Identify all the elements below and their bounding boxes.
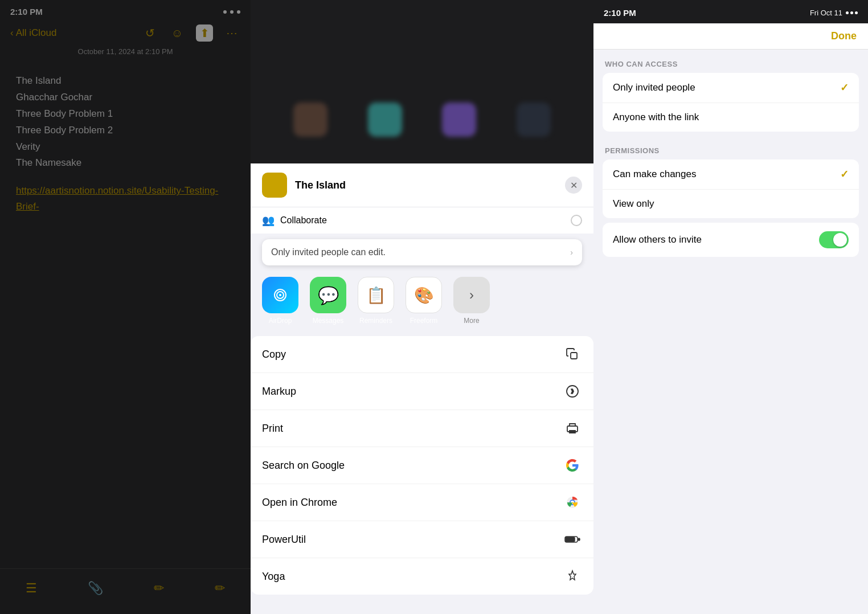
note-item-4: Three Body Problem 2 bbox=[16, 122, 235, 139]
invite-bubble-text: Only invited people can edit. bbox=[271, 247, 386, 257]
permission-view-label: View only bbox=[613, 198, 654, 210]
notes-nav-bar: ‹ All iCloud ↺ ☺ ⬆ ⋯ bbox=[0, 21, 251, 47]
compose-icon[interactable]: ✏ bbox=[215, 581, 225, 596]
access-link-label: Anyone with the link bbox=[613, 112, 699, 123]
status-dot-1 bbox=[223, 10, 227, 14]
invite-bubble[interactable]: Only invited people can edit. › bbox=[262, 239, 582, 265]
collaborate-row[interactable]: 👥 Collaborate bbox=[251, 207, 593, 234]
app-reminders[interactable]: 📋 Reminders bbox=[358, 277, 394, 325]
nav-icons: ↺ ☺ ⬆ ⋯ bbox=[141, 24, 240, 42]
permissions-header: PERMISSIONS bbox=[593, 136, 868, 159]
app-freeform[interactable]: 🎨 Freeform bbox=[406, 277, 442, 325]
options-status-date: Fri Oct 11 bbox=[810, 9, 842, 17]
share-item-yoga[interactable]: Yoga bbox=[251, 558, 593, 595]
more-icon[interactable]: ⋯ bbox=[223, 24, 240, 42]
allow-others-row[interactable]: Allow others to invite bbox=[603, 223, 859, 257]
status-dot-3 bbox=[237, 10, 240, 14]
share-apps-row: AirDrop 💬 Messages 📋 Reminders 🎨 Freefor… bbox=[251, 271, 593, 334]
note-item-1: The Island bbox=[16, 73, 235, 89]
markup-toolbar-icon[interactable]: ✏ bbox=[154, 581, 164, 596]
access-option-invited[interactable]: Only invited people ✓ bbox=[603, 73, 859, 103]
notes-link[interactable]: https://aartisnotion.notion.site/Usabili… bbox=[16, 183, 235, 214]
share-panel: The Island ✕ 👥 Collaborate Only invited … bbox=[251, 0, 593, 614]
permission-changes-label: Can make changes bbox=[613, 169, 696, 180]
access-option-link[interactable]: Anyone with the link bbox=[603, 103, 859, 132]
yoga-label: Yoga bbox=[262, 571, 285, 583]
notes-panel: 2:10 PM ‹ All iCloud ↺ ☺ ⬆ ⋯ October 11,… bbox=[0, 0, 251, 614]
collaborate-label: Collaborate bbox=[280, 215, 565, 226]
share-item-chrome[interactable]: Open in Chrome bbox=[251, 484, 593, 521]
app-airdrop[interactable]: AirDrop bbox=[262, 277, 298, 325]
powerutil-label: PowerUtil bbox=[262, 534, 306, 546]
permissions-group: Can make changes ✓ View only bbox=[603, 159, 859, 218]
airdrop-icon bbox=[262, 277, 298, 313]
more-apps-label: More bbox=[464, 317, 479, 325]
dot1 bbox=[846, 11, 849, 14]
copy-icon bbox=[563, 345, 582, 364]
share-item-markup[interactable]: Markup bbox=[251, 373, 593, 410]
print-icon bbox=[563, 419, 582, 438]
chrome-label: Open in Chrome bbox=[262, 497, 337, 509]
airdrop-label: AirDrop bbox=[269, 317, 292, 325]
who-can-access-group: Only invited people ✓ Anyone with the li… bbox=[603, 73, 859, 132]
dot3 bbox=[855, 11, 858, 14]
svg-rect-10 bbox=[566, 537, 575, 542]
chevron-left-icon: ‹ bbox=[10, 27, 14, 39]
share-sheet: The Island ✕ 👥 Collaborate Only invited … bbox=[251, 163, 593, 614]
share-item-print[interactable]: Print bbox=[251, 410, 593, 447]
permission-option-view[interactable]: View only bbox=[603, 190, 859, 218]
markup-label: Markup bbox=[262, 386, 296, 398]
app-messages[interactable]: 💬 Messages bbox=[310, 277, 346, 325]
share-icon[interactable]: ⬆ bbox=[196, 24, 213, 42]
note-item-6: The Namesake bbox=[16, 155, 235, 171]
powerutil-icon bbox=[563, 530, 582, 549]
smiley-icon[interactable]: ☺ bbox=[169, 24, 186, 42]
collaborate-toggle[interactable] bbox=[571, 215, 582, 226]
google-label: Search on Google bbox=[262, 460, 345, 472]
dot2 bbox=[850, 11, 853, 14]
toggle-knob bbox=[833, 233, 847, 247]
status-dot-2 bbox=[230, 10, 234, 14]
share-item-powerutil[interactable]: PowerUtil bbox=[251, 521, 593, 558]
back-button[interactable]: ‹ All iCloud bbox=[10, 27, 56, 39]
share-item-copy[interactable]: Copy bbox=[251, 336, 593, 373]
notes-status-indicators bbox=[223, 10, 240, 14]
notes-date: October 11, 2024 at 2:10 PM bbox=[0, 47, 251, 64]
done-button[interactable]: Done bbox=[831, 30, 857, 42]
notes-time: 2:10 PM bbox=[10, 7, 43, 17]
note-icon bbox=[262, 173, 287, 198]
messages-icon: 💬 bbox=[310, 277, 346, 313]
chevron-right-icon: › bbox=[570, 248, 573, 257]
attachment-icon[interactable]: 📎 bbox=[88, 581, 103, 596]
options-status-bar: 2:10 PM Fri Oct 11 bbox=[593, 0, 868, 23]
access-invited-label: Only invited people bbox=[613, 82, 695, 93]
freeform-icon: 🎨 bbox=[406, 277, 442, 313]
share-item-google[interactable]: Search on Google bbox=[251, 447, 593, 484]
permission-option-changes[interactable]: Can make changes ✓ bbox=[603, 159, 859, 190]
share-close-button[interactable]: ✕ bbox=[565, 177, 582, 194]
note-item-2: Ghacchar Gochar bbox=[16, 89, 235, 106]
options-nav-bar: Done bbox=[593, 23, 868, 50]
svg-rect-9 bbox=[578, 538, 580, 541]
access-invited-check: ✓ bbox=[840, 81, 849, 94]
checklist-icon[interactable]: ☰ bbox=[26, 581, 37, 596]
history-icon[interactable]: ↺ bbox=[141, 24, 158, 42]
more-apps-icon: › bbox=[453, 277, 490, 313]
messages-label: Messages bbox=[313, 317, 344, 325]
app-more[interactable]: › More bbox=[453, 277, 490, 325]
allow-others-toggle[interactable] bbox=[819, 231, 849, 248]
who-can-access-header: WHO CAN ACCESS bbox=[593, 50, 868, 73]
note-item-3: Three Body Problem 1 bbox=[16, 106, 235, 122]
back-label: All iCloud bbox=[16, 27, 57, 39]
freeform-label: Freeform bbox=[410, 317, 438, 325]
share-actions-list: Copy Markup Print bbox=[251, 336, 593, 595]
options-status-right: Fri Oct 11 bbox=[810, 9, 858, 17]
bottom-spacer bbox=[251, 597, 593, 614]
options-panel: 2:10 PM Fri Oct 11 Done WHO CAN ACCESS O… bbox=[593, 0, 868, 614]
google-icon bbox=[563, 456, 582, 475]
status-dots bbox=[846, 11, 858, 14]
print-label: Print bbox=[262, 423, 283, 435]
permission-changes-check: ✓ bbox=[840, 168, 849, 181]
markup-icon bbox=[563, 382, 582, 401]
reminders-icon: 📋 bbox=[358, 277, 394, 313]
